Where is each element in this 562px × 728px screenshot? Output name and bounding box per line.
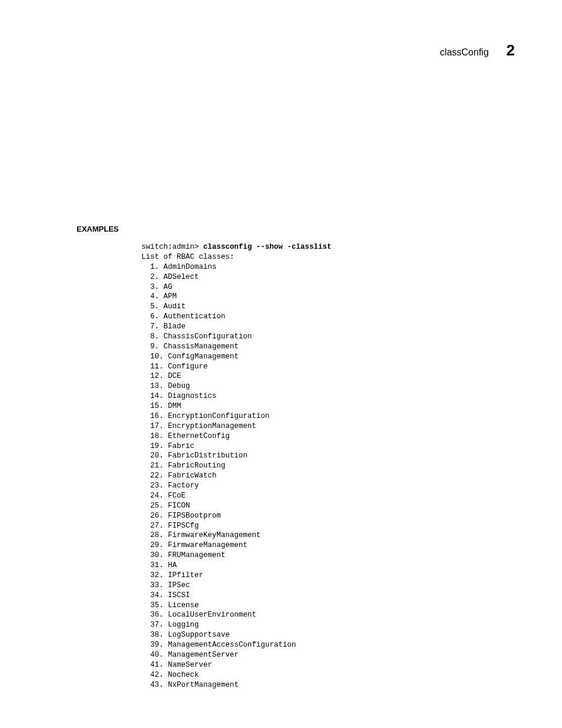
command-text: classconfig --show -classlist: [203, 243, 332, 251]
page-header: classConfig 2: [77, 41, 515, 60]
header-title: classConfig: [440, 47, 489, 58]
chapter-number: 2: [507, 41, 515, 60]
list-header: List of RBAC classes:: [141, 253, 234, 261]
class-list: 1. AdminDomains 2. ADSelect 3. AG 4. APM…: [141, 263, 296, 689]
examples-label: EXAMPLES: [77, 225, 515, 233]
page-container: classConfig 2 EXAMPLES switch:admin> cla…: [0, 0, 562, 713]
terminal-output: switch:admin> classconfig --show -classl…: [141, 242, 515, 690]
prompt-text: switch:admin>: [141, 243, 203, 251]
